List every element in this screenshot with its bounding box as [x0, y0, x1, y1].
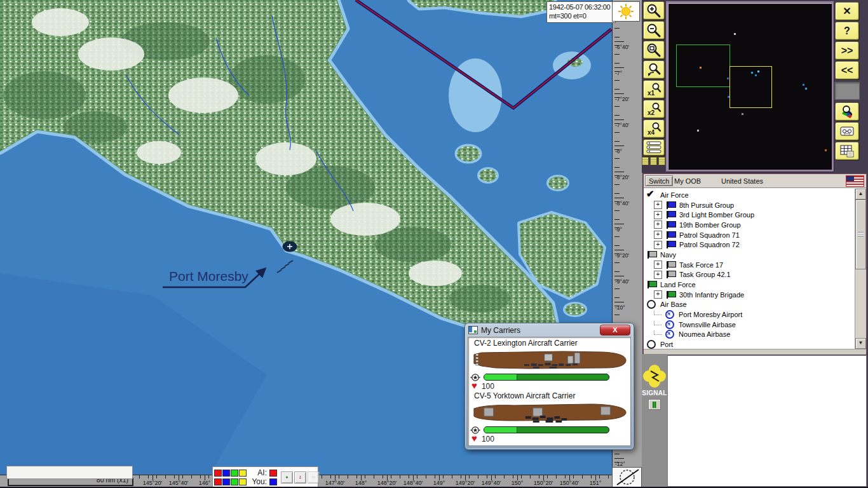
longitude-label: 149°20': [456, 480, 475, 486]
expand-icon[interactable]: [654, 211, 662, 219]
oob-tree-item[interactable]: Task Group 42.1: [644, 270, 855, 280]
ground-units-button[interactable]: [294, 471, 306, 484]
zoom-x4-button[interactable]: x4: [643, 119, 665, 138]
oob-tree-item[interactable]: 3rd Light Bomber Group: [644, 210, 855, 220]
signal-indicator-button[interactable]: [648, 399, 661, 410]
grid-icon: [839, 144, 855, 159]
mini-button[interactable]: [642, 157, 649, 165]
oob-tree-item[interactable]: Navy: [644, 250, 855, 260]
flag-blue-icon: [665, 220, 676, 229]
oob-tree-item[interactable]: 19th Bomber Group: [644, 220, 855, 230]
legend-ai-color: [269, 470, 277, 477]
longitude-label: 150°20': [534, 480, 553, 486]
palette-swatch: [231, 470, 238, 477]
palette-swatch: [222, 478, 230, 485]
air-units-button[interactable]: [281, 471, 293, 484]
expand-icon[interactable]: [654, 220, 662, 229]
search-map-button[interactable]: [835, 102, 859, 121]
flag-blue-icon: [665, 231, 676, 240]
compass-box[interactable]: [612, 467, 642, 487]
palette-swatch: [214, 470, 222, 477]
minimap-view-rect[interactable]: [676, 44, 730, 87]
oob-tree-item[interactable]: Air Force: [644, 190, 855, 200]
longitude-label: 150°: [512, 480, 524, 486]
oob-tree-item[interactable]: Patrol Squadron 72: [644, 240, 855, 250]
minimap[interactable]: [666, 1, 834, 172]
oob-item-label: Air Base: [660, 301, 687, 308]
oob-item-label: Navy: [660, 251, 676, 259]
oob-tree-item[interactable]: Air Base: [644, 300, 855, 310]
help-button[interactable]: ?: [835, 22, 859, 40]
oob-tree-item[interactable]: 8th Pursuit Group: [644, 200, 855, 210]
carrier-entry[interactable]: CV-2 Lexington Aircraft Carrier: [470, 338, 628, 391]
oob-header: Switch My OOB United States: [644, 174, 866, 188]
oob-tree-item[interactable]: Land Force: [644, 280, 855, 290]
mini-button[interactable]: [658, 157, 665, 165]
expand-icon[interactable]: [654, 201, 662, 209]
zoom-in-button[interactable]: [643, 1, 665, 20]
oob-tree-item[interactable]: Townsville Airbase: [644, 320, 855, 330]
carrier-deck-graphic: [470, 348, 628, 373]
svg-text:x2: x2: [648, 109, 655, 116]
zoom-window-button[interactable]: [643, 41, 665, 59]
signal-indicator-icon: [653, 402, 656, 408]
longitude-label: 149°40': [482, 480, 501, 486]
zoom-x2-button[interactable]: x2: [643, 100, 665, 118]
readiness-bar: [484, 426, 609, 433]
oob-tree-item[interactable]: 30th Infantry Brigade: [644, 290, 855, 300]
carriers-titlebar[interactable]: My Carriers X: [465, 323, 634, 337]
next-button[interactable]: >>: [835, 41, 859, 60]
data-grid-button[interactable]: [835, 142, 859, 160]
oob-tree-item[interactable]: Port Moresby Airport: [644, 309, 855, 320]
expand-icon[interactable]: [654, 290, 662, 299]
zoom-out-button[interactable]: [643, 21, 665, 39]
previous-button[interactable]: <<: [835, 61, 859, 79]
oob-tree-item[interactable]: Task Force 17: [644, 260, 855, 270]
palette-swatch: [214, 478, 222, 485]
cassette-button[interactable]: [835, 122, 859, 140]
switch-button[interactable]: Switch: [645, 175, 673, 186]
minimap-contact-dot: [727, 78, 729, 79]
window-toolbar: ✕ ? >> <<: [834, 0, 860, 173]
zoom-x1-button[interactable]: x1: [643, 80, 665, 98]
legend-buttons: [281, 471, 320, 484]
expand-icon[interactable]: [654, 231, 662, 239]
expand-icon[interactable]: [654, 261, 662, 269]
legend-rows: AI: You:: [214, 469, 277, 485]
readiness-fill: [484, 374, 517, 380]
unit-list-button[interactable]: [643, 139, 665, 156]
signal-clover-icon: [642, 363, 667, 390]
health-row: 100: [470, 381, 628, 391]
flag-green-icon: [665, 290, 676, 299]
scroll-down-button[interactable]: [855, 338, 866, 349]
zoom-previous-button[interactable]: [643, 60, 665, 79]
expand-icon[interactable]: [654, 271, 662, 279]
mini-button[interactable]: [650, 157, 657, 165]
oob-tree-item[interactable]: Patrol Squadron 71: [644, 230, 855, 240]
scroll-thumb[interactable]: [855, 200, 866, 269]
legend-row-ai: AI:: [214, 469, 277, 477]
carrier-entry[interactable]: CV-5 Yorktown Aircraft Carrier: [470, 391, 628, 444]
oob-scrollbar[interactable]: [855, 189, 866, 349]
scroll-up-button[interactable]: [855, 189, 866, 200]
close-button[interactable]: X: [600, 325, 630, 336]
latitude-label: -9°: [615, 226, 622, 233]
zoom-x4-icon: x4: [646, 121, 661, 137]
legend-palette-you: [214, 478, 247, 485]
latitude-label: -6°40': [615, 44, 629, 50]
oob-tree-item[interactable]: Noumea Airbase: [644, 330, 855, 340]
expand-icon[interactable]: [654, 241, 662, 249]
zoom-out-icon: [646, 23, 661, 38]
latitude-label: -7°20': [615, 96, 629, 102]
minimap-canvas[interactable]: [668, 3, 832, 170]
airbase-icon: [665, 320, 675, 329]
oob-tree-item[interactable]: Port: [644, 339, 855, 349]
person-icon: [299, 472, 302, 482]
messages-button[interactable]: [308, 471, 320, 484]
svg-text:x4: x4: [648, 129, 655, 136]
close-panel-button[interactable]: ✕: [835, 2, 859, 20]
my-carriers-window[interactable]: My Carriers X CV-2 Lexington Aircraft Ca…: [465, 323, 634, 450]
compass-icon: [613, 468, 641, 486]
circle-icon: [646, 340, 657, 349]
message-panel[interactable]: [667, 355, 867, 487]
